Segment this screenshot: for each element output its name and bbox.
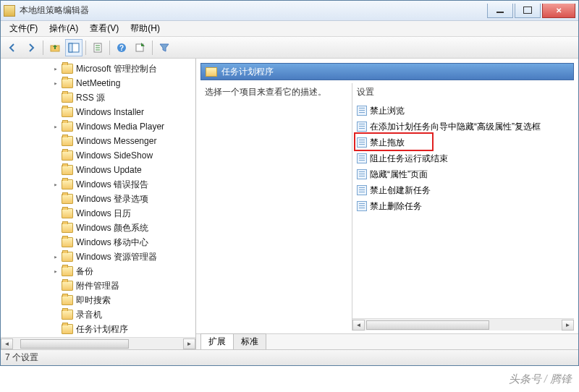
tree-item[interactable]: Windows Messenger xyxy=(1,134,195,148)
tree-item[interactable]: 任务计划程序 xyxy=(1,322,195,336)
tree-item[interactable]: Windows SideShow xyxy=(1,148,195,163)
folder-icon xyxy=(62,266,73,276)
forward-button[interactable] xyxy=(22,39,40,56)
setting-item[interactable]: 禁止拖放 xyxy=(357,135,570,150)
menubar: 文件(F) 操作(A) 查看(V) 帮助(H) xyxy=(1,21,578,37)
tab-strip: 扩展 标准 xyxy=(196,333,578,349)
export-button[interactable] xyxy=(132,39,149,56)
tree-expander[interactable] xyxy=(51,267,60,276)
tree-item-label: 即时搜索 xyxy=(76,294,111,307)
watermark-left: 头条号 xyxy=(509,372,541,385)
scroll-track[interactable] xyxy=(13,338,183,349)
tree-item[interactable]: 录音机 xyxy=(1,307,195,322)
scroll-track[interactable] xyxy=(365,320,562,331)
arrow-right-icon xyxy=(25,42,37,54)
tree-item[interactable]: NetMeeting xyxy=(1,76,195,90)
scroll-right-button[interactable]: ► xyxy=(183,338,195,349)
scroll-thumb[interactable] xyxy=(20,339,129,349)
tree-item-label: 录音机 xyxy=(76,309,102,321)
description-pane: 选择一个项目来查看它的描述。 xyxy=(200,83,352,331)
tree-item[interactable]: Windows Media Player xyxy=(1,119,195,134)
tree-item[interactable]: Windows 移动中心 xyxy=(1,235,195,250)
tab-extended[interactable]: 扩展 xyxy=(200,333,234,349)
export-icon xyxy=(135,42,146,54)
folder-icon xyxy=(62,295,73,305)
tree-item[interactable]: Windows 日历 xyxy=(1,206,195,221)
tree-item-label: Windows SideShow xyxy=(76,150,153,161)
tree-item-label: 任务计划程序 xyxy=(76,323,128,336)
setting-item[interactable]: 阻止任务运行或结束 xyxy=(357,150,570,166)
window-buttons xyxy=(487,4,575,18)
setting-item[interactable]: 在添加计划任务向导中隐藏“高级属性”复选框 xyxy=(357,119,570,135)
tree-item[interactable]: 即时搜索 xyxy=(1,293,195,307)
maximize-button[interactable] xyxy=(515,4,541,18)
tree-item-label: Microsoft 管理控制台 xyxy=(76,63,157,75)
policy-icon xyxy=(357,106,367,116)
tab-standard[interactable]: 标准 xyxy=(233,333,266,349)
settings-list: 禁止浏览在添加计划任务向导中隐藏“高级属性”复选框禁止拖放阻止任务运行或结束隐藏… xyxy=(357,103,570,214)
tree-item-label: Windows 资源管理器 xyxy=(76,251,157,263)
tree-item[interactable]: Windows Installer xyxy=(1,105,195,119)
folder-icon xyxy=(62,165,73,175)
back-button[interactable] xyxy=(4,39,21,56)
tree-view[interactable]: Microsoft 管理控制台NetMeetingRSS 源Windows In… xyxy=(1,59,195,337)
scroll-thumb[interactable] xyxy=(366,320,489,330)
toolbar-separator xyxy=(85,41,86,55)
tree-item-label: 备份 xyxy=(76,265,93,278)
tree-item[interactable]: Windows Update xyxy=(1,163,195,177)
tree-item[interactable]: 备份 xyxy=(1,264,195,278)
filter-button[interactable] xyxy=(156,39,173,56)
setting-item[interactable]: 禁止创建新任务 xyxy=(357,182,570,198)
tree-item-label: NetMeeting xyxy=(76,78,120,88)
menu-file[interactable]: 文件(F) xyxy=(4,21,43,36)
tree-expander[interactable] xyxy=(51,122,60,131)
up-button[interactable] xyxy=(46,39,64,56)
tree-item-label: Windows 错误报告 xyxy=(76,179,148,191)
folder-icon xyxy=(62,122,73,132)
tree-item[interactable]: Microsoft 管理控制台 xyxy=(1,61,195,76)
settings-column-header[interactable]: 设置 xyxy=(357,86,570,98)
tree-hscrollbar[interactable]: ◄ ► xyxy=(1,337,195,349)
properties-button[interactable] xyxy=(89,39,106,56)
settings-hscrollbar[interactable]: ◄ ► xyxy=(352,318,574,331)
status-text: 7 个设置 xyxy=(5,351,38,364)
folder-icon xyxy=(62,78,73,88)
show-hide-tree-button[interactable] xyxy=(65,39,83,56)
app-icon xyxy=(4,5,15,17)
toolbar-separator xyxy=(43,41,43,55)
tree-item[interactable]: Windows 颜色系统 xyxy=(1,221,195,235)
menu-view[interactable]: 查看(V) xyxy=(84,21,124,36)
tree-expander[interactable] xyxy=(51,180,60,189)
menu-help[interactable]: 帮助(H) xyxy=(124,21,166,36)
folder-icon xyxy=(62,136,73,146)
menu-action[interactable]: 操作(A) xyxy=(43,21,84,36)
app-window: 本地组策略编辑器 文件(F) 操作(A) 查看(V) 帮助(H) xyxy=(0,0,579,366)
tree-item-label: Windows 颜色系统 xyxy=(76,222,148,234)
tree-item[interactable]: Windows 登录选项 xyxy=(1,192,195,206)
folder-icon xyxy=(62,237,73,247)
tree-expander[interactable] xyxy=(51,252,60,261)
tree-pane-icon xyxy=(68,42,80,54)
minimize-button[interactable] xyxy=(487,4,513,18)
tree-item[interactable]: 附件管理器 xyxy=(1,278,195,293)
tree-item[interactable]: Windows 资源管理器 xyxy=(1,250,195,264)
window-title: 本地组策略编辑器 xyxy=(20,4,487,17)
tree-expander[interactable] xyxy=(51,79,60,88)
folder-icon xyxy=(62,281,73,291)
scroll-right-button[interactable]: ► xyxy=(562,320,574,331)
setting-item[interactable]: 隐藏“属性”页面 xyxy=(357,166,570,182)
tree-expander[interactable] xyxy=(51,64,60,73)
titlebar: 本地组策略编辑器 xyxy=(1,1,578,21)
close-button[interactable] xyxy=(542,4,575,18)
setting-item[interactable]: 禁止浏览 xyxy=(357,103,570,119)
help-button[interactable]: ? xyxy=(113,39,130,56)
scroll-left-button[interactable]: ◄ xyxy=(352,320,365,331)
tree-pane: Microsoft 管理控制台NetMeetingRSS 源Windows In… xyxy=(1,59,196,349)
folder-icon xyxy=(62,252,73,262)
scroll-left-button[interactable]: ◄ xyxy=(1,338,13,349)
tree-item[interactable]: Windows 错误报告 xyxy=(1,177,195,192)
tree-item-label: Windows Installer xyxy=(76,107,144,117)
setting-item[interactable]: 禁止删除任务 xyxy=(357,198,570,214)
tree-item[interactable]: RSS 源 xyxy=(1,90,195,105)
policy-icon xyxy=(357,153,367,163)
